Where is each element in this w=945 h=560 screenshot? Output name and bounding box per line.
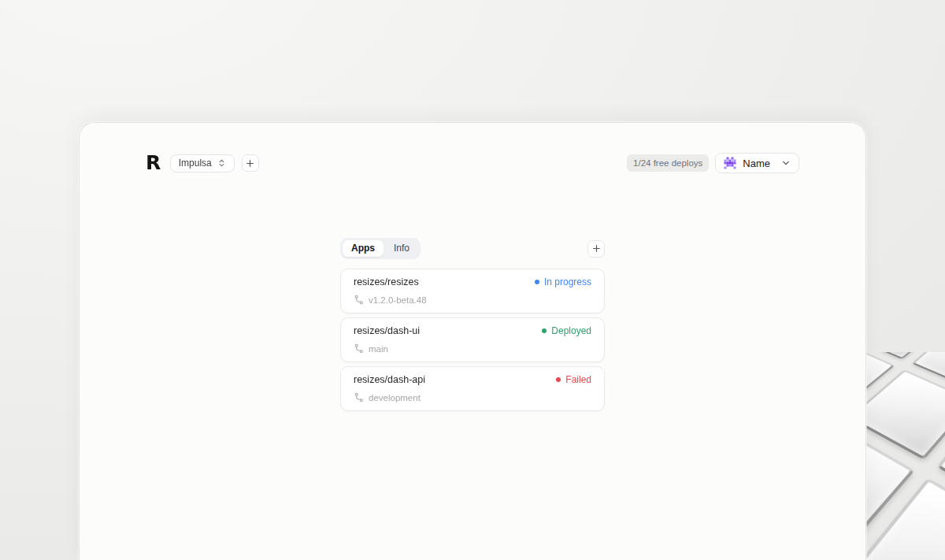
content-column: Apps Info resizes/resizes In progress	[340, 238, 605, 411]
app-name: resizes/resizes	[354, 276, 419, 287]
branch-label: main	[369, 344, 388, 354]
chevron-down-icon	[781, 158, 791, 168]
status-label: In progress	[544, 276, 591, 287]
toolbar: Apps Info	[340, 238, 605, 259]
glass-cubes-grid	[866, 352, 945, 560]
plus-icon	[592, 244, 601, 253]
account-name: Name	[743, 158, 770, 169]
app-card[interactable]: resizes/resizes In progress v1.2.0-beta.…	[340, 269, 605, 313]
header: R Impulsa 1/24 free deploys	[80, 153, 865, 173]
header-right: 1/24 free deploys	[627, 153, 799, 173]
app-card[interactable]: resizes/dash-api Failed development	[340, 366, 605, 411]
pixel-avatar-icon	[724, 157, 736, 169]
account-menu-button[interactable]: Name	[715, 153, 799, 173]
header-left: R Impulsa	[146, 154, 259, 172]
app-name: resizes/dash-api	[354, 374, 425, 385]
plus-icon	[246, 159, 254, 168]
status-dot	[556, 377, 561, 382]
workspace-selector-label: Impulsa	[179, 158, 212, 169]
branch-label: v1.2.0-beta.48	[369, 295, 427, 305]
app-window: R Impulsa 1/24 free deploys	[79, 122, 866, 560]
status-badge: Deployed	[542, 325, 591, 336]
git-branch-icon	[354, 295, 364, 305]
free-deploys-badge: 1/24 free deploys	[627, 154, 709, 172]
status-label: Failed	[565, 374, 591, 385]
status-badge: Failed	[556, 374, 591, 385]
chevron-up-down-icon	[217, 158, 226, 168]
workspace-selector[interactable]: Impulsa	[170, 154, 235, 172]
git-branch-icon	[354, 343, 364, 354]
app-name: resizes/dash-ui	[354, 325, 420, 336]
glass-cubes-image	[866, 352, 945, 560]
tab-apps[interactable]: Apps	[343, 240, 384, 257]
status-label: Deployed	[551, 325, 591, 336]
status-badge: In progress	[535, 276, 591, 287]
branch-label: development	[369, 393, 421, 402]
tab-info[interactable]: Info	[385, 240, 418, 257]
app-list: resizes/resizes In progress v1.2.0-beta.…	[340, 269, 605, 411]
status-dot	[542, 328, 547, 333]
git-branch-icon	[354, 392, 364, 402]
add-app-button[interactable]	[587, 240, 605, 258]
app-card[interactable]: resizes/dash-ui Deployed main	[340, 317, 605, 362]
add-workspace-button[interactable]	[242, 154, 259, 172]
status-dot	[535, 280, 539, 284]
tabs: Apps Info	[340, 238, 421, 259]
resizes-logo: R	[146, 154, 160, 172]
